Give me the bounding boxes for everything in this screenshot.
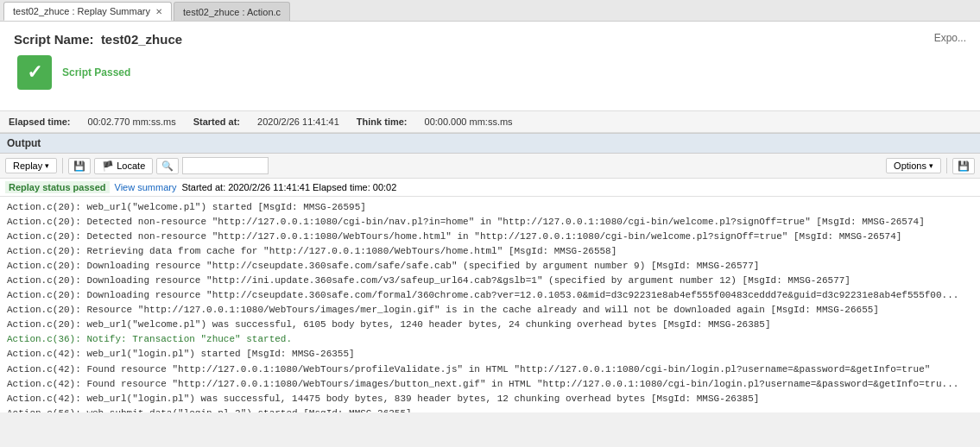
log-line: Action.c(20): Downloading resource "http… bbox=[7, 274, 973, 288]
output-header: Output bbox=[0, 133, 980, 154]
log-line: Action.c(20): web_url("welcome.pl") star… bbox=[7, 200, 973, 215]
log-line: Action.c(42): web_url("login.pl") was su… bbox=[7, 392, 973, 406]
think-value: 00:00.000 mm:ss.ms bbox=[425, 116, 513, 127]
tab-action-c-label: test02_zhuce : Action.c bbox=[183, 7, 281, 17]
export-button[interactable]: Expo... bbox=[934, 32, 966, 44]
log-line: Action.c(36): Notify: Transaction "zhuce… bbox=[7, 332, 973, 347]
toolbar-separator-2 bbox=[946, 158, 947, 173]
think-label: Think time: bbox=[357, 116, 408, 127]
status-passed-label: Script Passed bbox=[62, 66, 130, 79]
log-line: Action.c(20): Detected non-resource "htt… bbox=[7, 230, 973, 244]
elapsed-value: 00:02.770 mm:ss.ms bbox=[88, 116, 176, 127]
locate-icon: 🏴 bbox=[102, 161, 114, 172]
toolbar: Replay 💾 🏴 Locate 🔍 Options 💾 bbox=[0, 154, 980, 179]
log-line: Action.c(20): Downloading resource "http… bbox=[7, 259, 973, 274]
tab-replay-summary[interactable]: test02_zhuce : Replay Summary ✕ bbox=[3, 2, 172, 21]
replay-label: Replay bbox=[13, 161, 42, 171]
tab-replay-summary-close[interactable]: ✕ bbox=[155, 7, 162, 16]
elapsed-label: Elapsed time: bbox=[9, 116, 71, 127]
options-label: Options bbox=[894, 161, 926, 171]
time-row: Elapsed time: 00:02.770 mm:ss.ms Started… bbox=[0, 110, 980, 133]
status-passed-badge: Replay status passed bbox=[5, 181, 110, 193]
tab-action-c[interactable]: test02_zhuce : Action.c bbox=[174, 2, 290, 21]
log-line: Action.c(42): Found resource "http://127… bbox=[7, 377, 973, 392]
script-title: Script Name: test02_zhuce bbox=[14, 32, 182, 47]
started-value: 2020/2/26 11:41:41 bbox=[257, 116, 339, 127]
status-icon: ✓ bbox=[17, 55, 52, 90]
save-icon-btn[interactable]: 💾 bbox=[68, 158, 91, 174]
status-section: ✓ Script Passed bbox=[17, 55, 966, 90]
tab-replay-summary-label: test02_zhuce : Replay Summary bbox=[13, 6, 150, 16]
status-bar: Replay status passed View summary Starte… bbox=[0, 179, 980, 197]
options-button[interactable]: Options bbox=[886, 158, 941, 173]
log-line: Action.c(56): web_submit_data("login.pl_… bbox=[7, 406, 973, 412]
locate-button[interactable]: 🏴 Locate bbox=[94, 158, 153, 174]
toolbar-separator-1 bbox=[62, 158, 63, 173]
log-area[interactable]: Action.c(20): web_url("welcome.pl") star… bbox=[0, 197, 980, 412]
log-line: Action.c(42): Found resource "http://127… bbox=[7, 362, 973, 377]
tab-bar: test02_zhuce : Replay Summary ✕ test02_z… bbox=[0, 0, 980, 22]
log-line: Action.c(20): Resource "http://127.0.0.1… bbox=[7, 303, 973, 318]
log-line: Action.c(20): Detected non-resource "htt… bbox=[7, 215, 973, 230]
checkmark-icon: ✓ bbox=[27, 61, 42, 84]
view-summary-link[interactable]: View summary bbox=[115, 182, 177, 192]
log-line: Action.c(20): web_url("welcome.pl") was … bbox=[7, 318, 973, 332]
main-content: Script Name: test02_zhuce Expo... ✓ Scri… bbox=[0, 22, 980, 110]
script-title-label: Script Name: bbox=[14, 32, 94, 47]
script-title-value: test02_zhuce bbox=[101, 32, 182, 47]
replay-button[interactable]: Replay bbox=[5, 158, 57, 173]
search-input[interactable] bbox=[182, 157, 269, 174]
locate-label: Locate bbox=[117, 161, 145, 171]
started-label: Started at: bbox=[193, 116, 240, 127]
log-line: Action.c(20): Retrieving data from cache… bbox=[7, 244, 973, 259]
log-line: Action.c(42): web_url("login.pl") starte… bbox=[7, 347, 973, 362]
status-bar-started: Started at: 2020/2/26 11:41:41 Elapsed t… bbox=[181, 182, 396, 192]
script-header: Script Name: test02_zhuce Expo... bbox=[14, 32, 966, 47]
search-icon-btn[interactable]: 🔍 bbox=[156, 158, 179, 174]
log-line: Action.c(20): Downloading resource "http… bbox=[7, 288, 973, 303]
save-log-button[interactable]: 💾 bbox=[952, 158, 975, 174]
